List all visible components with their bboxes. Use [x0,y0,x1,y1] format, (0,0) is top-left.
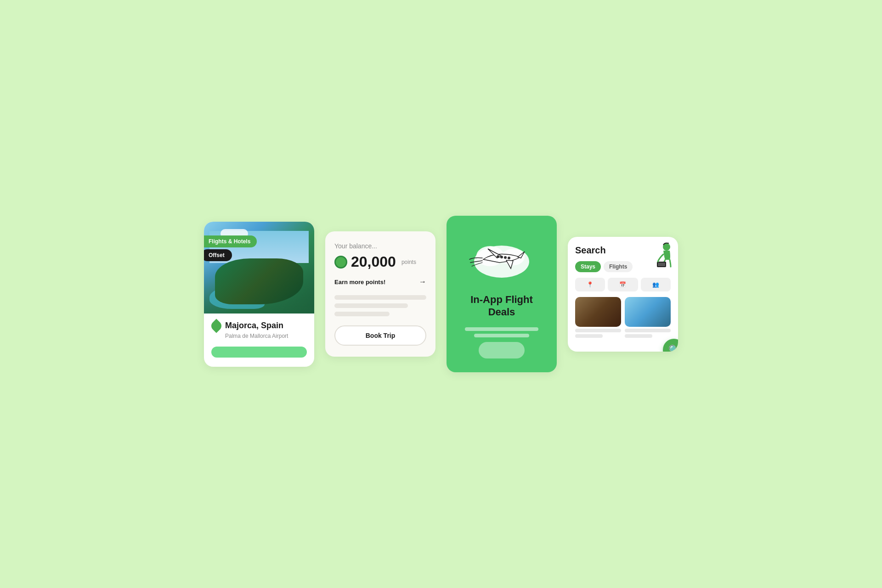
balance-points-label: points [401,259,416,265]
date-input[interactable]: 📅 [608,278,638,291]
svg-point-3 [500,256,503,258]
flight-deals-card: In-App Flight Deals [447,216,557,372]
search-input-row: 📍 📅 👥 [575,278,671,291]
tab-flights[interactable]: Flights [604,261,633,272]
svg-point-5 [508,257,510,259]
location-input[interactable]: 📍 [575,278,605,291]
leaf-icon [209,319,223,333]
city-name: Majorca, Spain [225,321,283,330]
search-fab-icon: 🔍 [668,344,678,352]
skeleton-line-1 [334,295,426,300]
earn-row: Earn more points! → [334,278,426,286]
offset-badge: Offset [204,249,232,261]
flight-skel-1 [465,327,538,331]
plane-illustration [465,230,538,285]
flight-skeleton-content [456,327,548,337]
arrow-right-icon[interactable]: → [419,278,426,286]
balance-row: 20,000 points [334,253,426,270]
card-body: Majorca, Spain Palma de Mallorca Airport [204,314,314,367]
hotel-1-name-skel [575,329,621,332]
hotel-photo-2 [625,297,671,327]
flight-skel-2 [474,334,529,337]
flight-skel-button [479,342,525,358]
location-row: Majorca, Spain [211,321,307,331]
skeleton-content [334,295,426,316]
book-button[interactable] [211,347,307,358]
calendar-icon: 📅 [619,281,626,288]
majorca-card: Flights & Hotels Offset Majorca, Spain P… [204,222,314,367]
water-detail [209,286,265,309]
destination-image: Flights & Hotels Offset [204,222,314,314]
guests-icon: 👥 [652,281,659,288]
earn-more-text: Earn more points! [334,279,385,286]
skeleton-line-2 [334,303,408,308]
hotel-image-1 [575,297,621,340]
flight-deals-title: In-App Flight Deals [456,294,548,318]
coin-icon [334,256,347,269]
skeleton-line-3 [334,312,390,316]
search-card: Search Stays Flights 📍 📅 👥 [568,237,678,352]
person-illustration [650,241,673,269]
hotel-1-info [575,329,621,338]
airport-name: Palma de Mallorca Airport [211,333,307,339]
location-icon: 📍 [587,281,594,288]
hotel-1-detail-skel [575,334,603,338]
svg-rect-9 [658,263,665,266]
book-trip-button[interactable]: Book Trip [334,325,426,346]
search-fab-button[interactable]: 🔍 [663,339,678,352]
guests-input[interactable]: 👥 [641,278,671,291]
hotel-photo-1 [575,297,621,327]
tab-stays[interactable]: Stays [575,261,601,272]
cards-container: Flights & Hotels Offset Majorca, Spain P… [186,197,696,391]
balance-amount: 20,000 [351,253,396,270]
balance-card: Your balance... 20,000 points Earn more … [325,231,435,357]
hotel-2-detail-skel [625,334,652,338]
flights-hotels-badge: Flights & Hotels [204,235,257,247]
hotel-2-info [625,329,671,338]
svg-point-6 [497,255,499,258]
hotel-image-2 [625,297,671,340]
balance-label: Your balance... [334,242,426,250]
svg-point-4 [504,256,507,259]
hotel-2-name-skel [625,329,671,332]
hotel-images-grid [575,297,671,340]
